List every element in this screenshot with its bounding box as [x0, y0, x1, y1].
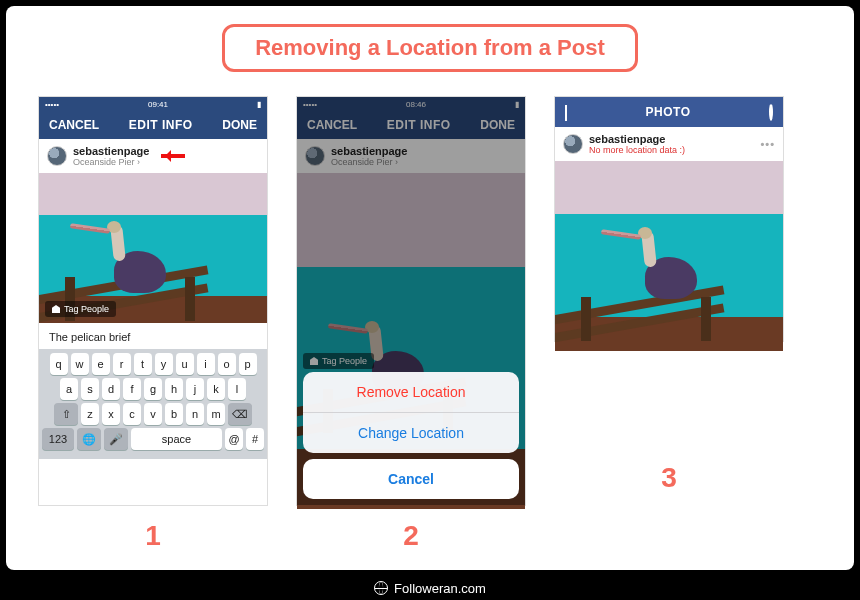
key-z[interactable]: z: [81, 403, 99, 425]
pelican-illustration: [84, 213, 174, 303]
key-t[interactable]: t: [134, 353, 152, 375]
step-1-column: ••••• 09:41 ▮ CANCEL EDIT INFO DONE seba…: [38, 96, 268, 552]
key-f[interactable]: f: [123, 378, 141, 400]
globe-icon: [374, 581, 388, 595]
key-y[interactable]: y: [155, 353, 173, 375]
refresh-button[interactable]: [769, 105, 773, 119]
chevron-left-icon: [565, 105, 567, 121]
phone-screen-3: PHOTO sebastienpage No more location dat…: [554, 96, 784, 342]
done-button[interactable]: DONE: [222, 118, 257, 132]
person-icon: [52, 305, 60, 313]
refresh-icon: [769, 103, 773, 121]
caption-input[interactable]: The pelican brief: [39, 323, 267, 349]
status-bar: ••••• 09:41 ▮: [39, 97, 267, 111]
page-title: Removing a Location from a Post: [255, 35, 605, 61]
step-number-3: 3: [661, 462, 677, 494]
phone-screen-2: ••••• 08:46 ▮ CANCEL EDIT INFO DONE seba…: [296, 96, 526, 506]
tutorial-card: Removing a Location from a Post ••••• 09…: [6, 6, 854, 570]
key-d[interactable]: d: [102, 378, 120, 400]
key-hash[interactable]: #: [246, 428, 264, 450]
key-at[interactable]: @: [225, 428, 243, 450]
key-j[interactable]: j: [186, 378, 204, 400]
location-label[interactable]: Oceanside Pier ›: [73, 157, 149, 167]
key-mic[interactable]: 🎤: [104, 428, 128, 450]
key-x[interactable]: x: [102, 403, 120, 425]
key-l[interactable]: l: [228, 378, 246, 400]
key-backspace[interactable]: ⌫: [228, 403, 252, 425]
key-n[interactable]: n: [186, 403, 204, 425]
key-globe[interactable]: 🌐: [77, 428, 101, 450]
key-k[interactable]: k: [207, 378, 225, 400]
key-w[interactable]: w: [71, 353, 89, 375]
step-3-column: PHOTO sebastienpage No more location dat…: [554, 96, 784, 552]
key-123[interactable]: 123: [42, 428, 74, 450]
phone-screen-1: ••••• 09:41 ▮ CANCEL EDIT INFO DONE seba…: [38, 96, 268, 506]
no-location-label: No more location data :): [589, 145, 685, 155]
footer: Followeran.com: [0, 576, 860, 600]
action-sheet-options: Remove Location Change Location: [303, 372, 519, 453]
signal-dots: •••••: [45, 100, 59, 109]
key-c[interactable]: c: [123, 403, 141, 425]
key-u[interactable]: u: [176, 353, 194, 375]
step-number-1: 1: [145, 520, 161, 552]
status-time: 09:41: [148, 100, 168, 109]
steps-row: ••••• 09:41 ▮ CANCEL EDIT INFO DONE seba…: [38, 96, 822, 552]
key-h[interactable]: h: [165, 378, 183, 400]
pointer-arrow-icon: [161, 151, 191, 161]
key-p[interactable]: p: [239, 353, 257, 375]
footer-text: Followeran.com: [394, 581, 486, 596]
pelican-illustration: [615, 219, 705, 309]
remove-location-option[interactable]: Remove Location: [303, 372, 519, 412]
key-shift[interactable]: ⇧: [54, 403, 78, 425]
key-s[interactable]: s: [81, 378, 99, 400]
key-space[interactable]: space: [131, 428, 222, 450]
key-g[interactable]: g: [144, 378, 162, 400]
key-b[interactable]: b: [165, 403, 183, 425]
user-row: sebastienpage No more location data :) •…: [555, 127, 783, 161]
nav-title: EDIT INFO: [129, 118, 193, 132]
key-q[interactable]: q: [50, 353, 68, 375]
more-options-button[interactable]: •••: [760, 138, 775, 150]
key-r[interactable]: r: [113, 353, 131, 375]
step-2-column: ••••• 08:46 ▮ CANCEL EDIT INFO DONE seba…: [296, 96, 526, 552]
avatar[interactable]: [47, 146, 67, 166]
nav-title: PHOTO: [646, 105, 691, 119]
tag-people-button[interactable]: Tag People: [45, 301, 116, 317]
key-v[interactable]: v: [144, 403, 162, 425]
action-sheet-cancel[interactable]: Cancel: [303, 459, 519, 499]
key-m[interactable]: m: [207, 403, 225, 425]
user-row: sebastienpage Oceanside Pier ›: [39, 139, 267, 173]
keyboard: q w e r t y u i o p a: [39, 349, 267, 459]
key-a[interactable]: a: [60, 378, 78, 400]
username: sebastienpage: [589, 133, 685, 145]
cancel-button[interactable]: CANCEL: [49, 118, 99, 132]
user-text: sebastienpage Oceanside Pier ›: [73, 145, 149, 167]
username: sebastienpage: [73, 145, 149, 157]
key-e[interactable]: e: [92, 353, 110, 375]
tag-people-label: Tag People: [64, 304, 109, 314]
back-button[interactable]: [565, 105, 567, 119]
key-o[interactable]: o: [218, 353, 236, 375]
step-number-2: 2: [403, 520, 419, 552]
key-i[interactable]: i: [197, 353, 215, 375]
post-photo: [555, 161, 783, 351]
avatar[interactable]: [563, 134, 583, 154]
title-box: Removing a Location from a Post: [222, 24, 638, 72]
user-text: sebastienpage No more location data :): [589, 133, 685, 155]
nav-bar: PHOTO: [555, 97, 783, 127]
action-sheet: Remove Location Change Location Cancel: [303, 372, 519, 499]
post-photo: Tag People: [39, 173, 267, 323]
nav-bar: CANCEL EDIT INFO DONE: [39, 111, 267, 139]
change-location-option[interactable]: Change Location: [303, 412, 519, 453]
battery-icon: ▮: [257, 100, 261, 109]
